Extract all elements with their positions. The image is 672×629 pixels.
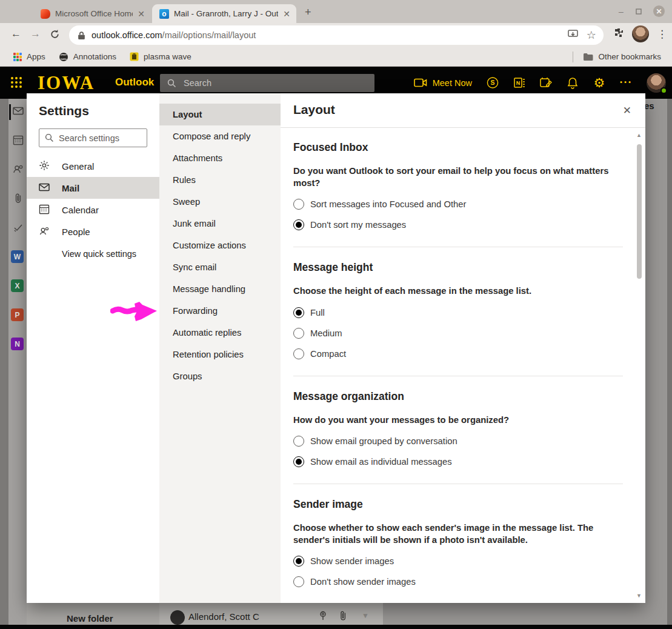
app-launcher-waffle-icon[interactable]	[11, 77, 22, 88]
settings-nav-item-general[interactable]: General	[27, 155, 159, 177]
browser-menu-icon[interactable]: ⋮	[657, 28, 667, 41]
radio-unselected-icon[interactable]	[293, 348, 304, 359]
files-paperclip-rail-icon[interactable]	[13, 193, 24, 204]
radio-unselected-icon[interactable]	[293, 576, 304, 587]
new-folder-link[interactable]: New folder	[67, 613, 113, 624]
radio-option-show-sender-images[interactable]: Show sender images	[293, 556, 623, 567]
radio-option-compact[interactable]: Compact	[293, 348, 623, 359]
radio-label: Full	[310, 308, 325, 318]
settings-search-box[interactable]	[39, 128, 147, 147]
section-heading: Message organization	[293, 390, 623, 403]
mail-nav-item-forwarding[interactable]: Forwarding	[159, 300, 281, 322]
settings-title: Settings	[39, 104, 159, 118]
radio-option-sort-messages-into-focused-and-other[interactable]: Sort messages into Focused and Other	[293, 199, 623, 210]
scroll-thumb[interactable]	[637, 144, 642, 279]
mail-nav-item-sweep[interactable]: Sweep	[159, 191, 281, 213]
account-avatar[interactable]	[647, 73, 666, 93]
globe-icon	[59, 52, 68, 62]
notifications-bell-icon[interactable]	[567, 77, 579, 89]
extensions-puzzle-icon[interactable]	[613, 27, 624, 41]
radio-option-don-t-show-sender-images[interactable]: Don't show sender images	[293, 576, 623, 587]
mail-nav-item-junk-email[interactable]: Junk email	[159, 213, 281, 235]
meet-now-button[interactable]: Meet Now	[414, 78, 472, 88]
bookmark-star-icon[interactable]: ☆	[587, 28, 596, 42]
back-button[interactable]: ←	[11, 28, 21, 40]
tab-office-home[interactable]: Microsoft Office Home ✕	[33, 4, 151, 23]
settings-nav-label: Mail	[62, 183, 79, 193]
mail-nav-item-retention-policies[interactable]: Retention policies	[159, 344, 281, 365]
settings-nav-item-calendar[interactable]: Calendar	[27, 199, 159, 221]
calendar-rail-icon[interactable]	[13, 135, 24, 145]
section-heading: Focused Inbox	[293, 141, 623, 154]
mail-nav-item-automatic-replies[interactable]: Automatic replies	[159, 322, 281, 344]
iowa-logo[interactable]: IOWA	[38, 72, 95, 95]
layout-settings-panel: Layout ✕ Focused InboxDo you want Outloo…	[281, 93, 645, 603]
people-icon	[39, 225, 50, 238]
mail-nav-item-customize-actions[interactable]: Customize actions	[159, 235, 281, 256]
tab-close-icon[interactable]: ✕	[283, 9, 290, 19]
radio-unselected-icon[interactable]	[293, 199, 304, 210]
radio-option-show-email-grouped-by-conversation[interactable]: Show email grouped by conversation	[293, 436, 623, 447]
window-close-button[interactable]: ✕	[653, 5, 665, 17]
bookmark-apps[interactable]: Apps	[13, 52, 45, 61]
radio-option-don-t-sort-my-messages[interactable]: Don't sort my messages	[293, 219, 623, 230]
settings-search-input[interactable]	[59, 133, 138, 143]
tab-close-icon[interactable]: ✕	[138, 9, 145, 19]
tasks-check-rail-icon[interactable]	[13, 222, 24, 233]
other-bookmarks[interactable]: Other bookmarks	[583, 52, 661, 61]
radio-option-full[interactable]: Full	[293, 307, 623, 318]
message-row[interactable]: Allendorf, Scott C ▼	[159, 608, 383, 625]
tab-title: Microsoft Office Home	[55, 9, 133, 18]
install-app-icon[interactable]	[568, 30, 578, 41]
tab-outlook-mail[interactable]: o Mail - Granroth, Larry J - Outl ✕	[152, 4, 296, 23]
browser-profile-avatar[interactable]	[632, 25, 649, 42]
radio-unselected-icon[interactable]	[293, 328, 304, 339]
url-bar[interactable]: outlook.office.com/mail/options/mail/lay…	[69, 25, 604, 45]
onenote-icon[interactable]: N	[11, 338, 24, 350]
outlook-search-bar[interactable]: Search	[160, 74, 374, 92]
skype-icon[interactable]: S	[487, 77, 499, 89]
scroll-down-arrow[interactable]: ▼	[636, 593, 642, 599]
forward-button[interactable]: →	[30, 28, 41, 40]
bookmark-annotations[interactable]: Annotations	[59, 52, 116, 62]
excel-icon[interactable]: X	[11, 279, 24, 292]
mail-nav-item-attachments[interactable]: Attachments	[159, 147, 281, 169]
pin-icon[interactable]	[319, 611, 327, 623]
new-tab-button[interactable]: +	[305, 6, 311, 19]
people-rail-icon[interactable]	[13, 164, 24, 175]
mail-nav-item-compose-and-reply[interactable]: Compose and reply	[159, 125, 281, 147]
window-minimize-button[interactable]: –	[617, 7, 625, 16]
gear-icon	[39, 160, 50, 173]
scroll-up-arrow[interactable]: ▲	[636, 132, 642, 138]
radio-option-medium[interactable]: Medium	[293, 328, 623, 339]
radio-selected-icon[interactable]	[293, 219, 304, 230]
scrollbar[interactable]: ▲ ▼	[635, 128, 644, 603]
settings-nav-item-mail[interactable]: Mail	[27, 177, 159, 199]
radio-selected-icon[interactable]	[293, 556, 304, 567]
mail-nav-item-layout[interactable]: Layout	[159, 104, 281, 125]
view-quick-settings-link[interactable]: View quick settings	[62, 249, 159, 259]
expand-chevron-icon[interactable]: ▼	[362, 611, 369, 620]
radio-selected-icon[interactable]	[293, 307, 304, 318]
more-options-icon[interactable]: ···	[620, 77, 632, 89]
radio-unselected-icon[interactable]	[293, 436, 304, 447]
mail-nav-item-groups[interactable]: Groups	[159, 365, 281, 387]
mail-nav-item-rules[interactable]: Rules	[159, 169, 281, 191]
powerpoint-icon[interactable]: P	[11, 308, 24, 321]
window-restore-button[interactable]	[635, 8, 644, 15]
desktop-edge	[0, 625, 672, 629]
onenote-feed-icon[interactable]: N	[513, 77, 525, 89]
mail-nav-item-message-handling[interactable]: Message handling	[159, 278, 281, 300]
bookmark-plasma-wave[interactable]: plasma wave	[130, 52, 191, 61]
settings-gear-icon[interactable]: ⚙	[593, 77, 605, 89]
settings-nav-item-people[interactable]: People	[27, 221, 159, 242]
word-icon[interactable]: W	[11, 250, 24, 263]
mail-nav-item-sync-email[interactable]: Sync email	[159, 256, 281, 278]
section-question: Choose whether to show each sender's ima…	[293, 522, 623, 546]
radio-option-show-email-as-individual-messages[interactable]: Show email as individual messages	[293, 456, 623, 467]
radio-selected-icon[interactable]	[293, 456, 304, 467]
mail-rail-icon[interactable]	[13, 105, 24, 116]
reload-button[interactable]	[50, 29, 60, 42]
todo-icon[interactable]	[540, 77, 552, 89]
close-icon[interactable]: ✕	[623, 104, 631, 117]
